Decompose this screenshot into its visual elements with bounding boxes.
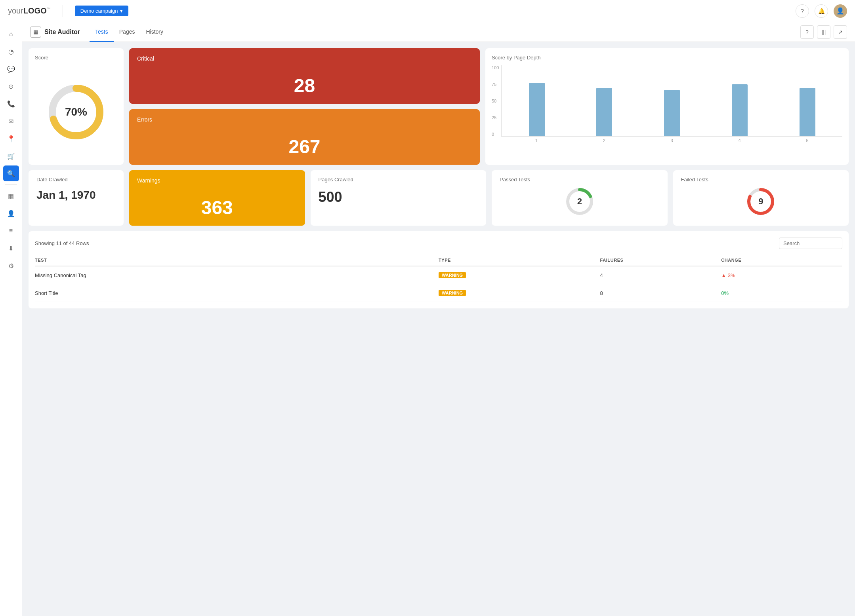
date-value: Jan 1, 1970 <box>36 189 116 202</box>
col-failures-header: FAILURES <box>600 255 721 266</box>
help-icon: ? <box>801 8 804 14</box>
chart-card: Score by Page Depth 100 75 50 25 0 <box>485 48 849 165</box>
app-body: ⌂ ◔ 💬 ⊙ 📞 ✉ 📍 🛒 🔍 ▦ 👤 <box>0 22 855 616</box>
errors-label: Errors <box>137 116 472 123</box>
metric-cards-column: Critical 28 Errors 267 <box>129 48 480 165</box>
sidebar-item-search[interactable]: 🔍 <box>3 165 19 181</box>
sidebar-item-phone[interactable]: 📞 <box>3 96 19 112</box>
col-change-header: CHANGE <box>721 255 842 266</box>
tab-tests[interactable]: Tests <box>90 22 114 42</box>
failed-tests-value: 9 <box>758 196 763 207</box>
y-label-50: 50 <box>492 99 499 103</box>
sidebar-separator <box>5 184 17 185</box>
download-icon: ⬇ <box>8 245 13 252</box>
columns-action-button[interactable]: ||| <box>817 25 830 39</box>
showing-text: Showing 11 of 44 Rows <box>35 240 89 246</box>
bar-item-5 <box>776 65 838 136</box>
notifications-button[interactable]: 🔔 <box>815 4 828 18</box>
failed-tests-card: Failed Tests 9 <box>673 170 849 226</box>
col-test-header: TEST <box>35 255 439 266</box>
sidebar: ⌂ ◔ 💬 ⊙ 📞 ✉ 📍 🛒 🔍 ▦ 👤 <box>0 22 22 616</box>
warnings-label: Warnings <box>137 177 297 184</box>
bar-5 <box>800 88 815 136</box>
cart-icon: 🛒 <box>7 152 15 160</box>
score-label: Score <box>35 55 48 61</box>
table-body: Missing Canonical Tag WARNING 4 ▲ 3% Sho… <box>35 266 842 302</box>
sidebar-item-mail[interactable]: ✉ <box>3 113 19 129</box>
x-labels: 1 2 3 4 5 <box>501 137 842 143</box>
table-row: Short Title WARNING 8 0% <box>35 284 842 302</box>
test-change-short-title: 0% <box>721 284 842 302</box>
test-name-short-title: Short Title <box>35 284 439 302</box>
help-button[interactable]: ? <box>796 4 809 18</box>
sub-nav-title: ▦ Site Auditor <box>30 27 80 38</box>
share-action-button[interactable]: ↗ <box>834 25 847 39</box>
help-action-button[interactable]: ? <box>800 25 814 39</box>
sidebar-item-download[interactable]: ⬇ <box>3 240 19 256</box>
warnings-card: Warnings 363 <box>129 170 305 226</box>
pages-crawled-card: Pages Crawled 500 <box>311 170 487 226</box>
sidebar-item-user[interactable]: 👤 <box>3 205 19 221</box>
test-type-missing-canonical: WARNING <box>439 266 600 284</box>
sidebar-item-chat[interactable]: 💬 <box>3 61 19 77</box>
chart-title: Score by Page Depth <box>492 55 842 61</box>
tab-tests-label: Tests <box>95 29 108 35</box>
avatar[interactable]: 👤 <box>834 4 847 18</box>
critical-value: 28 <box>137 75 472 97</box>
nav-divider <box>63 5 63 17</box>
table-row: Missing Canonical Tag WARNING 4 ▲ 3% <box>35 266 842 284</box>
bars-area: 1 2 3 4 5 <box>501 65 842 144</box>
top-nav: yourLOGO™ Demo campaign ▾ ? 🔔 👤 <box>0 0 855 22</box>
type-badge: WARNING <box>439 272 466 278</box>
sidebar-item-settings[interactable]: ⚙ <box>3 258 19 274</box>
monitor-icon: ⊙ <box>8 83 13 90</box>
table-header-row: Showing 11 of 44 Rows <box>35 238 842 249</box>
passed-tests-label: Passed Tests <box>500 177 660 183</box>
passed-tests-donut: 2 <box>564 186 595 217</box>
tab-history[interactable]: History <box>140 22 169 42</box>
home-icon: ⌂ <box>9 30 13 38</box>
sidebar-item-grid[interactable]: ▦ <box>3 188 19 204</box>
tab-pages[interactable]: Pages <box>114 22 141 42</box>
score-donut-wrapper: 70% <box>35 65 117 158</box>
bar-item-3 <box>641 65 703 136</box>
chart-container: 100 75 50 25 0 <box>492 65 842 144</box>
y-label-0: 0 <box>492 132 499 137</box>
test-type-short-title: WARNING <box>439 284 600 302</box>
campaign-label: Demo campaign <box>80 8 118 14</box>
grid-icon: ▦ <box>8 192 14 200</box>
logo-text: yourLOGO™ <box>8 6 51 15</box>
analytics-icon: ◔ <box>8 48 14 55</box>
y-label-25: 25 <box>492 115 499 120</box>
x-label-5: 5 <box>776 138 838 143</box>
date-card: Date Crawled Jan 1, 1970 <box>29 170 124 226</box>
tab-pages-label: Pages <box>119 29 135 35</box>
sidebar-item-home[interactable]: ⌂ <box>3 26 19 42</box>
main-content: ▦ Site Auditor Tests Pages History ? |||… <box>22 22 855 616</box>
test-name-missing-canonical: Missing Canonical Tag <box>35 266 439 284</box>
user-icon: 👤 <box>7 210 15 217</box>
search-input[interactable] <box>779 238 842 249</box>
location-icon: 📍 <box>7 135 15 143</box>
x-label-1: 1 <box>505 138 567 143</box>
table-card: Showing 11 of 44 Rows TEST TYPE FAILURES… <box>29 231 849 308</box>
sidebar-item-monitor[interactable]: ⊙ <box>3 78 19 94</box>
settings-icon: ⚙ <box>8 262 14 270</box>
bar-item-2 <box>573 65 636 136</box>
sidebar-item-analytics[interactable]: ◔ <box>3 44 19 59</box>
warnings-value: 363 <box>137 197 297 219</box>
score-donut: 70% <box>44 80 108 144</box>
tab-history-label: History <box>146 29 163 35</box>
errors-card: Errors 267 <box>129 109 480 165</box>
sub-nav-actions: ? ||| ↗ <box>800 25 847 39</box>
critical-card: Critical 28 <box>129 48 480 104</box>
sidebar-item-cart[interactable]: 🛒 <box>3 148 19 164</box>
failed-tests-label: Failed Tests <box>681 177 841 183</box>
sidebar-item-list[interactable]: ≡ <box>3 223 19 239</box>
failed-tests-donut-wrapper: 9 <box>681 186 841 217</box>
date-label: Date Crawled <box>36 177 116 183</box>
sidebar-item-location[interactable]: 📍 <box>3 131 19 146</box>
avatar-icon: 👤 <box>836 7 844 15</box>
campaign-button[interactable]: Demo campaign ▾ <box>75 6 129 16</box>
dashboard: Score 70% <box>22 42 855 315</box>
